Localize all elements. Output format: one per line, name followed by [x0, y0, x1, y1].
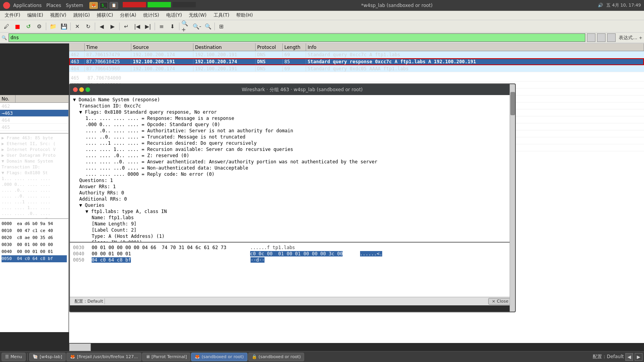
filter-apply-btn[interactable]: →: [607, 33, 616, 42]
tree-item-frame[interactable]: ▶ Frame 463: 85 byte: [2, 135, 67, 141]
toolbar-btn-forward[interactable]: ▶: [108, 21, 118, 31]
toolbar-btn-jump[interactable]: ↵: [121, 21, 131, 31]
cell-len: 85: [283, 59, 306, 64]
detail-panel[interactable]: ▼ Domain Name System (response) Transact…: [70, 95, 515, 242]
toolbar-btn-back[interactable]: ◀: [97, 21, 107, 31]
firefox-task-label: [firejail /usr/bin/firefox 127...: [77, 354, 138, 359]
menu-view[interactable]: 视图(V): [47, 11, 70, 19]
toolbar-btn-reload[interactable]: ↻: [83, 21, 93, 31]
ws-close-button[interactable]: × Close: [488, 298, 512, 305]
dns-header-line[interactable]: ▼ Domain Name System (response): [73, 97, 512, 103]
toolbar-btn-open[interactable]: 📁: [48, 21, 58, 31]
toolbar-btn-zoom-reset[interactable]: 🔍: [203, 21, 213, 31]
filter-clear-btn[interactable]: ✕: [587, 33, 595, 42]
toolbar-btn-1[interactable]: 🖊: [2, 21, 12, 31]
toolbar-btn-options[interactable]: ⚙: [34, 21, 44, 31]
taskbar-item-firefox[interactable]: 🦊 [firejail /usr/bin/firefox 127...: [66, 353, 141, 361]
menu-go[interactable]: 跳转(G): [70, 11, 93, 19]
help-button[interactable]: ? Help: [69, 343, 91, 351]
cell-src: 192.100.200.174: [131, 66, 193, 71]
menu-capture[interactable]: 捕获(C): [94, 11, 116, 19]
taskbar-nav-btn-1[interactable]: ◀: [625, 353, 633, 361]
tree-item-flags[interactable]: ▼ Flags: 0x8180 St: [2, 170, 67, 176]
table-row[interactable]: 462: [0, 103, 68, 110]
menu-applications[interactable]: Applications: [13, 3, 42, 8]
flag-authoritative: .... .0.. .... .... = Authoritative: Ser…: [73, 128, 512, 134]
toolbar-btn-save[interactable]: 💾: [59, 21, 69, 31]
menu-analyze[interactable]: 分析(A): [117, 11, 139, 19]
taskbar-item-sandboxed1[interactable]: 🦊 (sandboxed or root): [191, 353, 247, 361]
toolbar-btn-first[interactable]: |◀: [132, 21, 142, 31]
hex-offset-0030: 0030 00 01 00 00 00: [2, 241, 67, 248]
detail-scrollbar[interactable]: [510, 84, 515, 312]
toolbar-btn-restart[interactable]: ↺: [23, 21, 33, 31]
query-ftp1[interactable]: ▼ ftp1.labs: type A, class IN: [73, 208, 512, 215]
menu-system[interactable]: System: [66, 3, 83, 8]
lab-label: [w4sp-lab]: [40, 354, 62, 359]
taskbar-item-lab[interactable]: 🐚 [w4sp-lab]: [29, 353, 66, 361]
toolbar-btn-autoscroll[interactable]: ⬇: [167, 21, 178, 31]
toolbar-btn-zoom-out[interactable]: 🔍-: [192, 21, 202, 31]
quick-launch-icons: 🦊 $_ 📋: [89, 2, 196, 9]
menu-tools[interactable]: 工具(T): [211, 11, 233, 19]
menu-file[interactable]: 文件(F): [2, 11, 23, 19]
toolbar-btn-zoom-in[interactable]: 🔍+: [181, 21, 191, 31]
firefox-task-icon: 🦊: [70, 354, 75, 359]
hex-offset-0020: 0020 c8 ae 00 35 d6: [2, 234, 67, 241]
table-row[interactable]: → 463: [0, 110, 68, 117]
terminal-task-icon: 🖥: [146, 354, 150, 359]
table-row[interactable]: 465 87.706784000: [69, 74, 644, 81]
firefox-icon[interactable]: 🦊: [89, 2, 98, 9]
tree-item-txid[interactable]: Transaction ID:: [2, 164, 67, 170]
taskbar-nav-btn-2[interactable]: ▶: [635, 353, 642, 361]
queries-section[interactable]: ▼ Queries: [73, 202, 512, 208]
app-icon[interactable]: 📋: [110, 2, 118, 9]
terminal-icon[interactable]: $_: [99, 2, 108, 9]
table-row[interactable]: 463 87.706610425 192.100.200.191 192.100…: [69, 58, 644, 65]
menu-help[interactable]: 帮助(H): [233, 11, 256, 19]
filter-input[interactable]: [9, 33, 585, 42]
menu-statistics[interactable]: 统计(S): [140, 11, 162, 19]
tree-item-flag5: .... ...1 .... ....: [2, 199, 67, 205]
toolbar-btn-close[interactable]: ✕: [72, 21, 82, 31]
packet-list-main: Time Source Destination Protocol Length …: [69, 43, 644, 74]
menu-places[interactable]: Places: [46, 3, 61, 8]
ws-close-btn[interactable]: [73, 87, 78, 92]
cell-no: 464: [69, 66, 85, 71]
taskbar-item-sandboxed2[interactable]: 🔒 (sandboxed or root): [248, 353, 305, 361]
table-row[interactable]: 464 87.706645960 192.100.200.174 192.100…: [69, 65, 644, 72]
menu-telephony[interactable]: 电话(Y): [163, 11, 185, 19]
flag-reply-code: .... .... .... 0000 = Reply code: No err…: [73, 171, 512, 177]
hex-ascii-0030: ......f tp1.labs: [250, 245, 295, 250]
tree-item-dns[interactable]: ▼ Domain Name System: [2, 158, 67, 164]
cell-len: 69: [283, 52, 306, 57]
toolbar-btn-last[interactable]: ▶|: [143, 21, 153, 31]
filter-expression-label[interactable]: 表达式...: [619, 35, 637, 41]
tree-item-ip[interactable]: ▶ Internet Protocol V: [2, 147, 67, 152]
menu-wireless[interactable]: 无线(W): [186, 11, 209, 19]
query-type: Type: A (Host Address) (1): [73, 233, 512, 239]
answer-rrs-line: Answer RRs: 1: [73, 184, 512, 190]
ws-minimize-btn[interactable]: [79, 87, 84, 92]
menu-edit[interactable]: 编辑(E): [24, 11, 46, 19]
ws-maximize-btn[interactable]: [85, 87, 90, 92]
taskbar-item-terminal[interactable]: 🖥 [Parrot Terminal]: [142, 353, 190, 361]
filter-bookmark-btn[interactable]: ▾: [597, 33, 606, 42]
scrollbar-thumb[interactable]: [510, 92, 515, 115]
taskbar-menu-btn[interactable]: ☰ Menu: [2, 353, 26, 361]
flags-line[interactable]: ▼ Flags: 0x8180 Standard query response,…: [73, 109, 512, 115]
toolbar-btn-resize-cols[interactable]: ⊞: [216, 21, 226, 31]
toolbar-btn-stop[interactable]: ■: [12, 21, 23, 31]
tree-item-eth[interactable]: ▶ Ethernet II, Src: (: [2, 141, 67, 147]
hex-row-0040: 0040 00 00 01 00 01 c0 0c 00 01 00 01 00…: [73, 251, 512, 257]
tree-item-udp[interactable]: ▶ User Datagram Proto: [2, 152, 67, 158]
toolbar-btn-colorize[interactable]: ≡: [157, 21, 167, 31]
hex-panel[interactable]: 0030 00 01 00 00 00 00 04 66 74 70 31 04…: [70, 242, 515, 297]
filter-plus-btn[interactable]: +: [639, 35, 642, 40]
table-row[interactable]: 465: [0, 124, 68, 131]
table-row[interactable]: 462 87.706157479 192.100.200.174 192.100…: [69, 51, 644, 58]
filter-bar: 🔍 ✕ ▾ → 表达式... +: [0, 33, 644, 43]
query-name: Name: ftp1.labs: [73, 215, 512, 221]
table-row[interactable]: 464: [0, 117, 68, 124]
cell-time: 87.706157479: [85, 52, 131, 57]
